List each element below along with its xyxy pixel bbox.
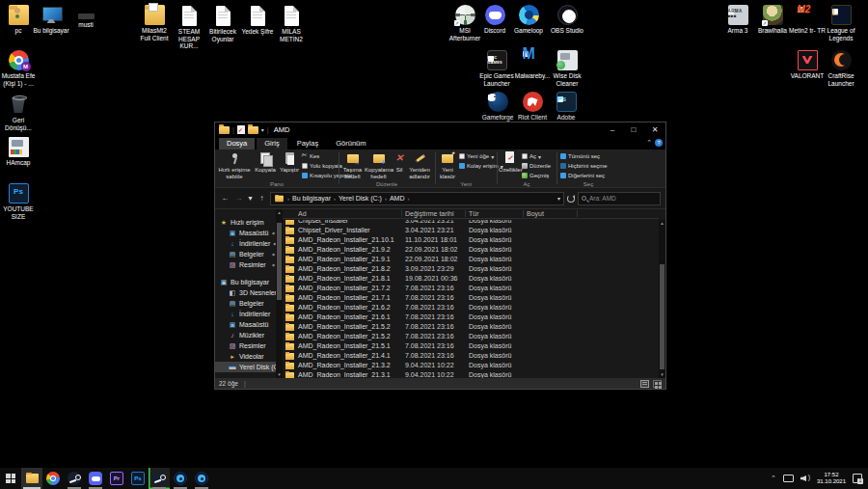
desktop-icon-pc[interactable]: pc [0, 5, 37, 35]
desktop-icon-gameforge[interactable]: Gameforge [479, 92, 516, 122]
nav-item[interactable]: Masaüstü [215, 319, 283, 330]
file-row[interactable]: AMD_Radeon_Installer_21.7.1 7.08.2021 23… [283, 293, 659, 303]
minimize-button[interactable]: – [602, 122, 623, 137]
nav-item[interactable]: İndirilenler [215, 238, 283, 249]
file-row[interactable]: AMD_Radeon_Installer_21.6.2 7.08.2021 23… [283, 303, 659, 312]
file-row[interactable]: AMD_Radeon_Installer_21.8.2 3.09.2021 23… [283, 264, 659, 274]
column-header-size[interactable]: Boyut [527, 210, 544, 217]
tab-paylas[interactable]: Paylaş [289, 138, 327, 149]
up-button[interactable]: ↑ [257, 194, 267, 203]
network-display-icon[interactable] [783, 475, 794, 482]
nav-item[interactable]: Yerel Disk (C:) [215, 362, 283, 372]
copy-button[interactable]: Kopyala [253, 151, 278, 174]
collapse-ribbon-icon[interactable]: ⌃ [646, 139, 652, 147]
properties-button[interactable]: Özellikler [499, 151, 520, 174]
tab-dosya[interactable]: Dosya [219, 138, 255, 149]
move-to-button[interactable]: Taşıma hedefi [340, 151, 365, 179]
file-row[interactable]: AMD_Radeon_Installer_21.6.1 7.08.2021 23… [283, 312, 659, 322]
tab-giris[interactable]: Giriş [257, 138, 286, 149]
start-button[interactable] [0, 468, 21, 489]
address-dropdown-icon[interactable]: ▾ [557, 195, 560, 202]
taskbar-premiere[interactable]: Pr [106, 468, 127, 489]
close-button[interactable]: ✕ [644, 122, 665, 137]
desktop-icon-bitirilecek[interactable]: Bitirilecek Oyunlar [204, 5, 241, 42]
properties-qat-icon[interactable] [237, 125, 245, 134]
nav-item[interactable]: Videolar [215, 351, 283, 362]
nav-item[interactable]: Müzikler [215, 330, 283, 340]
history-button[interactable]: Geçmiş [522, 171, 551, 180]
desktop-icon-epic-games[interactable]: Epic Games Launcher [478, 50, 515, 87]
desktop-icon-obs[interactable]: OBS Studio [549, 5, 585, 35]
paste-button[interactable]: Yapıştır [278, 151, 301, 174]
desktop-icon-league[interactable]: League of Legends [823, 5, 859, 41]
tab-gorunum[interactable]: Görünüm [328, 138, 373, 149]
pin-quick-access-button[interactable]: Hızlı erişime sabitle [217, 151, 252, 179]
file-row[interactable]: AMD_Radeon_Installer_21.3.2 9.04.2021 10… [283, 361, 659, 370]
scroll-up-icon[interactable]: ▴ [659, 220, 665, 227]
taskbar-steam-flash[interactable] [149, 468, 170, 489]
breadcrumb-this-pc[interactable]: Bu bilgisayar [292, 195, 331, 202]
desktop-icon-brawlhalla[interactable]: Brawlhalla [754, 5, 791, 35]
column-header-date[interactable]: Değiştirme tarihi [405, 210, 454, 217]
desktop-icon-chrome-profile[interactable]: MMustafa Efe (Kişi 1) - ... [0, 50, 37, 87]
file-row[interactable]: Chipset_Driver_Installer 3.04.2021 23:21… [283, 226, 659, 235]
nav-item[interactable]: Belgeler [215, 298, 283, 309]
desktop-icon-steam-hesap[interactable]: STEAM HESAP KUR... [171, 5, 207, 50]
back-button[interactable]: ← [220, 194, 231, 203]
desktop-icon-metin2[interactable]: Metin2 tr- TR [789, 5, 826, 35]
desktop-icon-wise-disk[interactable]: Wise Disk Cleaner [549, 50, 585, 87]
nav-item[interactable]: İndirilenler [215, 309, 283, 319]
desktop-icon-riot-client[interactable]: Riot Client [514, 92, 551, 122]
desktop-icon-gameloop[interactable]: Gameloop [510, 5, 547, 35]
refresh-icon[interactable] [567, 195, 575, 203]
file-row[interactable]: AMD_Radeon_Installer_21.9.2 22.09.2021 1… [283, 245, 659, 255]
maximize-button[interactable]: □ [623, 122, 644, 137]
file-row[interactable]: AMD_Radeon_Installer_21.3.1 9.04.2021 10… [283, 370, 659, 378]
nav-item[interactable]: Bu bilgisayar [215, 277, 283, 287]
open-button[interactable]: Aç▾ [522, 151, 551, 161]
thumbnails-view-button[interactable] [653, 380, 662, 388]
details-view-button[interactable] [640, 380, 649, 388]
taskbar-steam[interactable] [64, 468, 85, 489]
nav-item[interactable]: 3D Nesneler [215, 287, 283, 298]
desktop-icon-valorant[interactable]: VALORANT [789, 50, 826, 80]
desktop-icon-discord[interactable]: Discord [476, 5, 513, 35]
new-folder-button[interactable]: Yeni klasör [437, 151, 458, 179]
scroll-up-icon[interactable]: ▴ [276, 209, 283, 216]
edit-button[interactable]: Düzenle [522, 161, 551, 171]
new-folder-qat-icon[interactable] [248, 126, 258, 134]
nav-item[interactable]: Hızlı erişim [215, 217, 283, 228]
file-row[interactable]: AMD_Radeon_Installer_21.5.2 7.08.2021 23… [283, 332, 659, 341]
file-row[interactable]: AMD_Radeon_Installer_21.7.2 7.08.2021 23… [283, 284, 659, 293]
desktop-icon-youtube-size[interactable]: YOUTUBE SIZE [0, 183, 37, 220]
select-all-button[interactable]: Tümünü seç [560, 151, 608, 161]
nav-item[interactable]: Belgeler [215, 249, 283, 259]
address-box[interactable]: › Bu bilgisayar › Yerel Disk (C:) › AMD … [270, 192, 564, 205]
copy-to-button[interactable]: Kopyalama hedefi [365, 151, 393, 179]
scroll-down-icon[interactable]: ▾ [659, 371, 665, 378]
desktop-icon-this-pc[interactable]: Bu bilgisayar [33, 5, 69, 35]
volume-icon[interactable] [800, 475, 810, 482]
nav-item[interactable]: Masaüstü [215, 228, 283, 238]
desktop-icon-craftrise[interactable]: CraftRise Launcher [823, 50, 859, 87]
desktop-icon-adobe[interactable]: Adobe [548, 92, 584, 122]
qat-dropdown-icon[interactable]: ▾ [261, 126, 264, 133]
desktop-icon-milasmt2[interactable]: MilasMt2 Full Client [136, 5, 173, 41]
invert-selection-button[interactable]: Diğerlerini seç [560, 171, 608, 180]
desktop-icon-hamcap[interactable]: HAmcap [0, 137, 37, 167]
nav-item[interactable]: Resimler [215, 340, 283, 351]
taskbar-chrome[interactable] [42, 468, 64, 489]
file-row[interactable]: AMD_Radeon_Installer_21.8.1 19.08.2021 0… [283, 274, 659, 284]
desktop-icon-arma3[interactable]: Arma 3 [719, 5, 756, 35]
file-row[interactable]: AMD_Radeon_Installer_21.9.1 22.09.2021 1… [283, 255, 659, 264]
nav-scrollbar[interactable]: ▴ ▾ [276, 209, 283, 378]
column-header-type[interactable]: Tür [469, 210, 479, 217]
desktop-icon-musti[interactable]: musti [68, 5, 104, 29]
scroll-down-icon[interactable]: ▾ [276, 371, 283, 378]
clock[interactable]: 17:52 31.10.2021 [817, 472, 846, 485]
nav-item[interactable]: Resimler [215, 259, 283, 270]
list-scrollbar[interactable]: ▴ ▾ [659, 220, 665, 378]
rename-button[interactable]: Yeniden adlandır [406, 151, 433, 179]
file-row[interactable]: AMD_Radeon_Installer_21.10.1 11.10.2021 … [283, 235, 659, 245]
taskbar-blue-orb-2[interactable] [191, 468, 212, 489]
